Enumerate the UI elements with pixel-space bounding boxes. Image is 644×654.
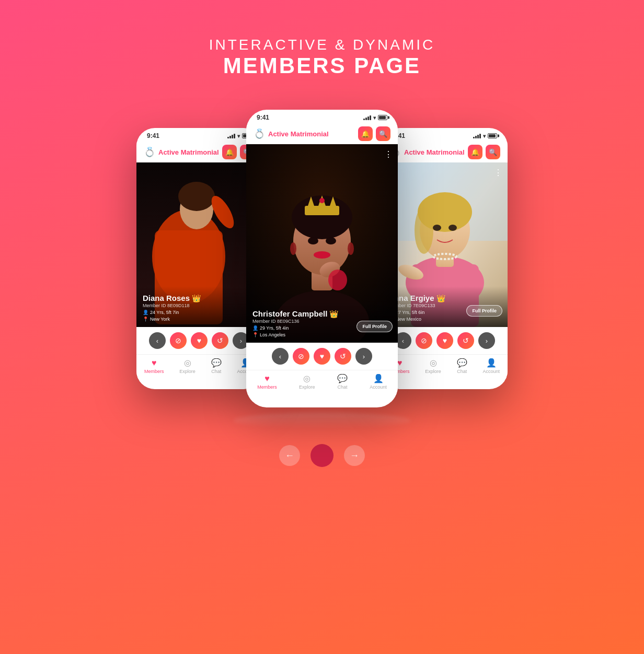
heart-btn-right[interactable]: ♥ bbox=[436, 332, 453, 349]
account-label-right: Account bbox=[483, 369, 500, 374]
chat-icon-right: 💬 bbox=[457, 358, 467, 368]
bell-btn-right[interactable]: 🔔 bbox=[468, 145, 482, 159]
carousel-prev[interactable]: ← bbox=[279, 445, 300, 466]
explore-icon-right: ◎ bbox=[430, 358, 437, 368]
christofer-overlay: Christofer Campbell 👑 Member ID 8E09C136… bbox=[246, 302, 398, 343]
wifi-left: ▾ bbox=[237, 133, 240, 139]
nav-explore-left[interactable]: ◎ Explore bbox=[179, 358, 196, 374]
phones-container: 9:41 ▾ 💍 Active Matrimonial 🔔 🔍 bbox=[0, 110, 644, 407]
app-name-right: Active Matrimonial bbox=[404, 148, 465, 156]
phone-reflection bbox=[233, 413, 411, 428]
phone-center: 9:41 ▾ 💍 Active Matrimonial 🔔 🔍 bbox=[246, 110, 398, 407]
chat-icon-left: 💬 bbox=[211, 358, 222, 368]
svg-point-19 bbox=[290, 242, 296, 255]
diana-location: 📍 New York bbox=[143, 317, 256, 322]
svg-rect-11 bbox=[305, 206, 339, 215]
heart-btn-center[interactable]: ♥ bbox=[314, 348, 330, 365]
heart-btn-left[interactable]: ♥ bbox=[191, 332, 208, 349]
anna-crown: 👑 bbox=[436, 294, 445, 302]
full-profile-btn-center[interactable]: Full Profile bbox=[356, 321, 393, 332]
status-icons-right: ▾ bbox=[473, 133, 497, 139]
bell-btn-center[interactable]: 🔔 bbox=[358, 126, 373, 141]
christofer-crown: 👑 bbox=[329, 310, 338, 318]
menu-dots-right[interactable]: ⋮ bbox=[494, 168, 502, 178]
anna-name: Anna Ergiye 👑 bbox=[388, 294, 501, 302]
cancel-btn-left[interactable]: ⊘ bbox=[170, 332, 187, 349]
phone-right: 9:41 ▾ 💍 Active Matrimonial 🔔 🔍 bbox=[382, 128, 508, 389]
battery-right bbox=[488, 133, 497, 138]
star-btn-right[interactable]: ↺ bbox=[457, 332, 474, 349]
app-header-right: 💍 Active Matrimonial 🔔 🔍 bbox=[382, 142, 508, 162]
search-btn-center[interactable]: 🔍 bbox=[376, 126, 390, 141]
logo-icon-left: 💍 bbox=[144, 146, 155, 158]
wifi-center: ▾ bbox=[373, 115, 376, 121]
app-header-left: 💍 Active Matrimonial 🔔 🔍 bbox=[136, 142, 262, 162]
members-icon-left: ♥ bbox=[152, 358, 157, 368]
svg-point-22 bbox=[328, 270, 347, 290]
nav-members-left[interactable]: ♥ Members bbox=[144, 358, 164, 374]
signal-left bbox=[227, 133, 235, 138]
status-bar-center: 9:41 ▾ bbox=[246, 110, 398, 123]
carousel-next[interactable]: → bbox=[344, 445, 365, 466]
nav-members-center[interactable]: ♥ Members bbox=[257, 374, 277, 390]
action-row-center: ‹ ⊘ ♥ ↺ › bbox=[246, 343, 398, 370]
account-label-center: Account bbox=[370, 384, 387, 390]
chat-label-center: Chat bbox=[337, 384, 347, 390]
app-logo-left: 💍 Active Matrimonial bbox=[144, 146, 219, 158]
nav-chat-left[interactable]: 💬 Chat bbox=[211, 358, 222, 374]
nav-chat-right[interactable]: 💬 Chat bbox=[457, 358, 467, 374]
nav-account-center[interactable]: 👤 Account bbox=[370, 373, 387, 390]
star-btn-left[interactable]: ↺ bbox=[212, 332, 228, 349]
diana-overlay: Diana Roses 👑 Member ID 8E09D118 👤 24 Yr… bbox=[136, 286, 262, 327]
explore-icon-left: ◎ bbox=[184, 358, 191, 368]
profile-card-right: ⋮ Anna Ergiye 👑 Member ID 7E09C133 👤 27 … bbox=[382, 162, 508, 327]
bottom-nav-center: ♥ Members ◎ Explore 💬 Chat 👤 Account bbox=[246, 370, 398, 395]
nav-explore-right[interactable]: ◎ Explore bbox=[425, 358, 441, 374]
battery-center bbox=[378, 115, 387, 120]
phone-left: 9:41 ▾ 💍 Active Matrimonial 🔔 🔍 bbox=[136, 128, 262, 389]
members-label-center: Members bbox=[257, 384, 277, 390]
next-btn-center[interactable]: › bbox=[355, 348, 372, 365]
members-icon-right: ♥ bbox=[397, 358, 402, 368]
svg-point-17 bbox=[308, 237, 318, 244]
diana-id: Member ID 8E09D118 bbox=[143, 303, 256, 308]
status-bar-left: 9:41 ▾ bbox=[136, 128, 262, 142]
bell-btn-left[interactable]: 🔔 bbox=[222, 145, 237, 159]
explore-label-right: Explore bbox=[425, 369, 441, 374]
next-btn-right[interactable]: › bbox=[478, 332, 495, 349]
action-row-left: ‹ ⊘ ♥ ↺ › bbox=[136, 327, 262, 354]
time-center: 9:41 bbox=[257, 114, 269, 121]
header-buttons-right: 🔔 🔍 bbox=[468, 145, 500, 159]
wifi-right: ▾ bbox=[483, 133, 486, 139]
bottom-nav-right: ♥ Members ◎ Explore 💬 Chat 👤 Account bbox=[382, 354, 508, 379]
menu-dots-center[interactable]: ⋮ bbox=[384, 149, 393, 159]
svg-point-18 bbox=[326, 237, 336, 244]
signal-center bbox=[363, 115, 371, 120]
carousel-navigation: ← → bbox=[279, 444, 365, 467]
prev-btn-center[interactable]: ‹ bbox=[272, 348, 289, 365]
app-name-center: Active Matrimonial bbox=[268, 130, 329, 138]
prev-btn-left[interactable]: ‹ bbox=[149, 332, 166, 349]
account-icon-center: 👤 bbox=[373, 373, 384, 383]
diana-age: 👤 24 Yrs, 5ft 7in bbox=[143, 310, 256, 315]
page-header: INTERACTIVE & DYNAMIC MEMBERS PAGE bbox=[209, 37, 435, 78]
search-btn-right[interactable]: 🔍 bbox=[486, 145, 500, 159]
star-btn-center[interactable]: ↺ bbox=[335, 348, 351, 365]
cancel-btn-center[interactable]: ⊘ bbox=[293, 348, 309, 365]
explore-label-left: Explore bbox=[179, 369, 196, 374]
christofer-name: Christofer Campbell 👑 bbox=[252, 309, 392, 318]
chat-label-left: Chat bbox=[211, 369, 221, 374]
nav-chat-center[interactable]: 💬 Chat bbox=[337, 373, 348, 390]
carousel-active-dot[interactable] bbox=[310, 444, 334, 467]
chat-icon-center: 💬 bbox=[337, 373, 348, 383]
full-profile-btn-right[interactable]: Full Profile bbox=[466, 305, 502, 317]
cancel-btn-right[interactable]: ⊘ bbox=[416, 332, 432, 349]
anna-location: 📍 New Mexico bbox=[388, 317, 501, 322]
explore-label-center: Explore bbox=[299, 384, 315, 390]
app-logo-right: 💍 Active Matrimonial bbox=[389, 146, 465, 158]
nav-account-right[interactable]: 👤 Account bbox=[483, 358, 500, 374]
page-subtitle: INTERACTIVE & DYNAMIC bbox=[209, 37, 435, 53]
logo-icon-center: 💍 bbox=[254, 128, 265, 139]
app-name-left: Active Matrimonial bbox=[158, 148, 219, 156]
nav-explore-center[interactable]: ◎ Explore bbox=[299, 373, 315, 390]
